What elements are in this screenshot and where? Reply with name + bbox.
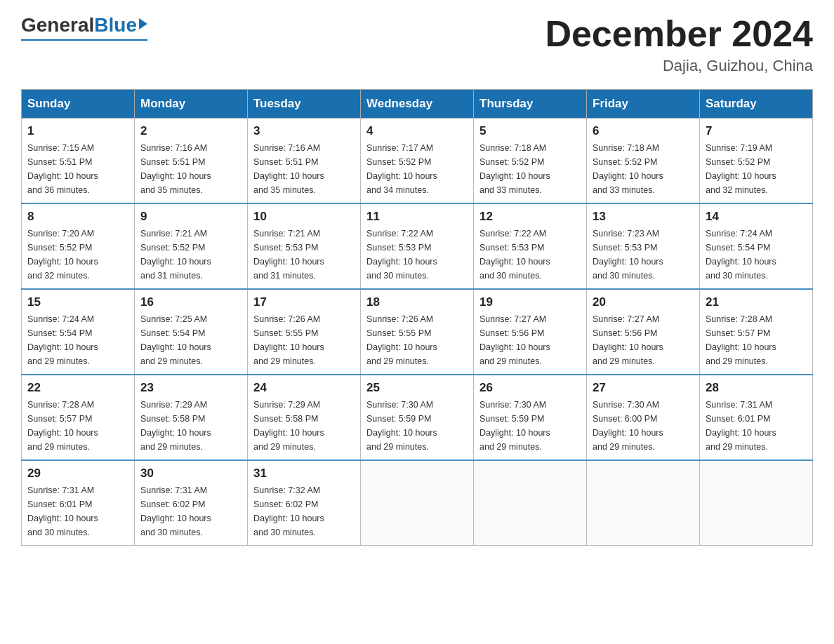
day-number: 11 [366, 210, 468, 224]
page-header: General Blue December 2024 Dajia, Guizho… [21, 14, 813, 75]
day-info: Sunrise: 7:26 AMSunset: 5:55 PMDaylight:… [253, 312, 355, 368]
location-subtitle: Dajia, Guizhou, China [545, 57, 813, 75]
day-info: Sunrise: 7:30 AMSunset: 5:59 PMDaylight:… [479, 398, 581, 454]
day-info: Sunrise: 7:30 AMSunset: 5:59 PMDaylight:… [366, 398, 468, 454]
day-info: Sunrise: 7:31 AMSunset: 6:01 PMDaylight:… [27, 483, 128, 539]
table-row: 15Sunrise: 7:24 AMSunset: 5:54 PMDayligh… [22, 289, 135, 375]
table-row: 26Sunrise: 7:30 AMSunset: 5:59 PMDayligh… [474, 375, 587, 460]
table-row: 3Sunrise: 7:16 AMSunset: 5:51 PMDaylight… [248, 119, 361, 204]
day-info: Sunrise: 7:21 AMSunset: 5:53 PMDaylight:… [253, 227, 355, 283]
table-row: 23Sunrise: 7:29 AMSunset: 5:58 PMDayligh… [135, 375, 248, 460]
logo-underline [21, 39, 147, 41]
table-row: 31Sunrise: 7:32 AMSunset: 6:02 PMDayligh… [248, 460, 361, 546]
day-number: 7 [706, 124, 807, 138]
calendar-week-row: 15Sunrise: 7:24 AMSunset: 5:54 PMDayligh… [22, 289, 813, 375]
table-row [700, 460, 813, 546]
header-tuesday: Tuesday [248, 90, 361, 119]
table-row: 21Sunrise: 7:28 AMSunset: 5:57 PMDayligh… [700, 289, 813, 375]
day-number: 26 [479, 381, 581, 395]
logo-blue-text: Blue [94, 14, 137, 36]
day-number: 30 [140, 467, 241, 481]
day-number: 14 [706, 210, 807, 224]
logo: General Blue [21, 14, 147, 41]
day-info: Sunrise: 7:24 AMSunset: 5:54 PMDaylight:… [27, 312, 128, 368]
table-row: 1Sunrise: 7:15 AMSunset: 5:51 PMDaylight… [22, 119, 135, 204]
month-title: December 2024 [545, 14, 813, 54]
day-number: 28 [706, 381, 807, 395]
day-number: 22 [27, 381, 128, 395]
table-row: 22Sunrise: 7:28 AMSunset: 5:57 PMDayligh… [22, 375, 135, 460]
table-row: 6Sunrise: 7:18 AMSunset: 5:52 PMDaylight… [587, 119, 700, 204]
header-sunday: Sunday [22, 90, 135, 119]
table-row: 19Sunrise: 7:27 AMSunset: 5:56 PMDayligh… [474, 289, 587, 375]
header-monday: Monday [135, 90, 248, 119]
day-number: 20 [593, 295, 694, 309]
day-number: 9 [140, 210, 241, 224]
day-info: Sunrise: 7:29 AMSunset: 5:58 PMDaylight:… [253, 398, 355, 454]
day-number: 6 [593, 124, 694, 138]
table-row: 27Sunrise: 7:30 AMSunset: 6:00 PMDayligh… [587, 375, 700, 460]
day-info: Sunrise: 7:28 AMSunset: 5:57 PMDaylight:… [27, 398, 128, 454]
day-number: 29 [27, 467, 128, 481]
table-row: 17Sunrise: 7:26 AMSunset: 5:55 PMDayligh… [248, 289, 361, 375]
table-row: 18Sunrise: 7:26 AMSunset: 5:55 PMDayligh… [361, 289, 474, 375]
day-info: Sunrise: 7:24 AMSunset: 5:54 PMDaylight:… [706, 227, 807, 283]
day-number: 21 [706, 295, 807, 309]
day-info: Sunrise: 7:25 AMSunset: 5:54 PMDaylight:… [140, 312, 241, 368]
day-number: 17 [253, 295, 355, 309]
header-saturday: Saturday [700, 90, 813, 119]
table-row: 16Sunrise: 7:25 AMSunset: 5:54 PMDayligh… [135, 289, 248, 375]
table-row: 28Sunrise: 7:31 AMSunset: 6:01 PMDayligh… [700, 375, 813, 460]
table-row: 13Sunrise: 7:23 AMSunset: 5:53 PMDayligh… [587, 203, 700, 289]
calendar-week-row: 1Sunrise: 7:15 AMSunset: 5:51 PMDaylight… [22, 119, 813, 204]
day-info: Sunrise: 7:21 AMSunset: 5:52 PMDaylight:… [140, 227, 241, 283]
table-row: 29Sunrise: 7:31 AMSunset: 6:01 PMDayligh… [22, 460, 135, 546]
day-number: 1 [27, 124, 128, 138]
day-info: Sunrise: 7:16 AMSunset: 5:51 PMDaylight:… [253, 141, 355, 197]
table-row: 10Sunrise: 7:21 AMSunset: 5:53 PMDayligh… [248, 203, 361, 289]
day-info: Sunrise: 7:18 AMSunset: 5:52 PMDaylight:… [593, 141, 694, 197]
day-info: Sunrise: 7:27 AMSunset: 5:56 PMDaylight:… [479, 312, 581, 368]
logo-triangle-icon [139, 18, 147, 29]
calendar-table: Sunday Monday Tuesday Wednesday Thursday… [21, 89, 813, 546]
day-info: Sunrise: 7:19 AMSunset: 5:52 PMDaylight:… [706, 141, 807, 197]
logo-blue-part: Blue [94, 14, 147, 36]
day-info: Sunrise: 7:17 AMSunset: 5:52 PMDaylight:… [366, 141, 468, 197]
table-row: 8Sunrise: 7:20 AMSunset: 5:52 PMDaylight… [22, 203, 135, 289]
day-number: 23 [140, 381, 241, 395]
day-info: Sunrise: 7:31 AMSunset: 6:02 PMDaylight:… [140, 483, 241, 539]
day-number: 15 [27, 295, 128, 309]
table-row: 7Sunrise: 7:19 AMSunset: 5:52 PMDaylight… [700, 119, 813, 204]
table-row: 24Sunrise: 7:29 AMSunset: 5:58 PMDayligh… [248, 375, 361, 460]
day-info: Sunrise: 7:26 AMSunset: 5:55 PMDaylight:… [366, 312, 468, 368]
day-info: Sunrise: 7:31 AMSunset: 6:01 PMDaylight:… [706, 398, 807, 454]
day-number: 5 [479, 124, 581, 138]
day-info: Sunrise: 7:20 AMSunset: 5:52 PMDaylight:… [27, 227, 128, 283]
day-number: 12 [479, 210, 581, 224]
calendar-week-row: 8Sunrise: 7:20 AMSunset: 5:52 PMDaylight… [22, 203, 813, 289]
day-info: Sunrise: 7:22 AMSunset: 5:53 PMDaylight:… [366, 227, 468, 283]
day-info: Sunrise: 7:18 AMSunset: 5:52 PMDaylight:… [479, 141, 581, 197]
table-row: 2Sunrise: 7:16 AMSunset: 5:51 PMDaylight… [135, 119, 248, 204]
table-row: 25Sunrise: 7:30 AMSunset: 5:59 PMDayligh… [361, 375, 474, 460]
day-info: Sunrise: 7:22 AMSunset: 5:53 PMDaylight:… [479, 227, 581, 283]
table-row: 5Sunrise: 7:18 AMSunset: 5:52 PMDaylight… [474, 119, 587, 204]
calendar-week-row: 22Sunrise: 7:28 AMSunset: 5:57 PMDayligh… [22, 375, 813, 460]
table-row [587, 460, 700, 546]
table-row: 12Sunrise: 7:22 AMSunset: 5:53 PMDayligh… [474, 203, 587, 289]
calendar-header-row: Sunday Monday Tuesday Wednesday Thursday… [22, 90, 813, 119]
day-info: Sunrise: 7:32 AMSunset: 6:02 PMDaylight:… [253, 483, 355, 539]
day-number: 16 [140, 295, 241, 309]
table-row: 30Sunrise: 7:31 AMSunset: 6:02 PMDayligh… [135, 460, 248, 546]
day-number: 31 [253, 467, 355, 481]
day-info: Sunrise: 7:27 AMSunset: 5:56 PMDaylight:… [593, 312, 694, 368]
header-wednesday: Wednesday [361, 90, 474, 119]
logo-general-text: General [21, 14, 94, 36]
day-info: Sunrise: 7:29 AMSunset: 5:58 PMDaylight:… [140, 398, 241, 454]
day-number: 10 [253, 210, 355, 224]
day-number: 24 [253, 381, 355, 395]
day-number: 13 [593, 210, 694, 224]
table-row [474, 460, 587, 546]
header-thursday: Thursday [474, 90, 587, 119]
calendar-week-row: 29Sunrise: 7:31 AMSunset: 6:01 PMDayligh… [22, 460, 813, 546]
